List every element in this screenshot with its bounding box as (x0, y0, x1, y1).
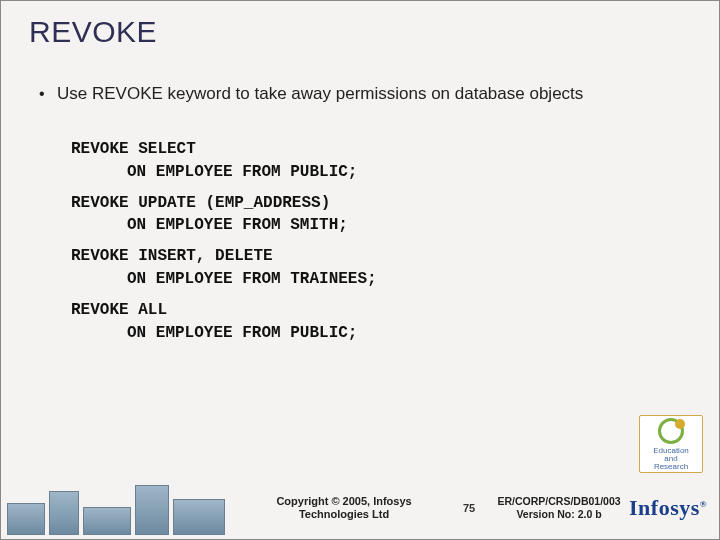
code-line: REVOKE INSERT, DELETE (71, 248, 659, 265)
copyright-line: Technologies Ltd (239, 508, 449, 521)
badge-text: Research (654, 463, 688, 471)
logo-text: Infosys (629, 495, 700, 520)
slide-title: REVOKE (29, 15, 157, 49)
infosys-logo: Infosys® (629, 495, 707, 521)
footer-logo-area: Infosys® (629, 495, 719, 521)
building-icon (135, 485, 169, 535)
code-line: ON EMPLOYEE FROM TRAINEES; (71, 271, 659, 288)
slide: REVOKE • Use REVOKE keyword to take away… (0, 0, 720, 540)
footer-decorative-image (1, 477, 239, 539)
registered-mark: ® (700, 499, 707, 509)
footer-doc-id: ER/CORP/CRS/DB01/003 Version No: 2.0 b (489, 495, 629, 520)
bullet-marker: • (39, 83, 57, 105)
building-icon (83, 507, 131, 535)
badge-ring-icon (658, 418, 684, 444)
page-number: 75 (449, 502, 489, 514)
copyright-line: Copyright © 2005, Infosys (239, 495, 449, 508)
code-block: REVOKE SELECT ON EMPLOYEE FROM PUBLIC; R… (71, 141, 659, 355)
code-line: REVOKE SELECT (71, 141, 659, 158)
bullet-item: • Use REVOKE keyword to take away permis… (39, 83, 689, 105)
footer-copyright: Copyright © 2005, Infosys Technologies L… (239, 495, 449, 521)
code-line: ON EMPLOYEE FROM PUBLIC; (71, 325, 659, 342)
footer: Copyright © 2005, Infosys Technologies L… (1, 477, 719, 539)
education-research-badge: Education and Research (639, 415, 703, 473)
code-line: ON EMPLOYEE FROM PUBLIC; (71, 164, 659, 181)
code-line: REVOKE UPDATE (EMP_ADDRESS) (71, 195, 659, 212)
code-line: ON EMPLOYEE FROM SMITH; (71, 217, 659, 234)
building-icon (49, 491, 79, 535)
building-icon (7, 503, 45, 535)
building-icon (173, 499, 225, 535)
doc-id-line: ER/CORP/CRS/DB01/003 (489, 495, 629, 508)
bullet-text: Use REVOKE keyword to take away permissi… (57, 83, 583, 105)
doc-id-line: Version No: 2.0 b (489, 508, 629, 521)
code-line: REVOKE ALL (71, 302, 659, 319)
